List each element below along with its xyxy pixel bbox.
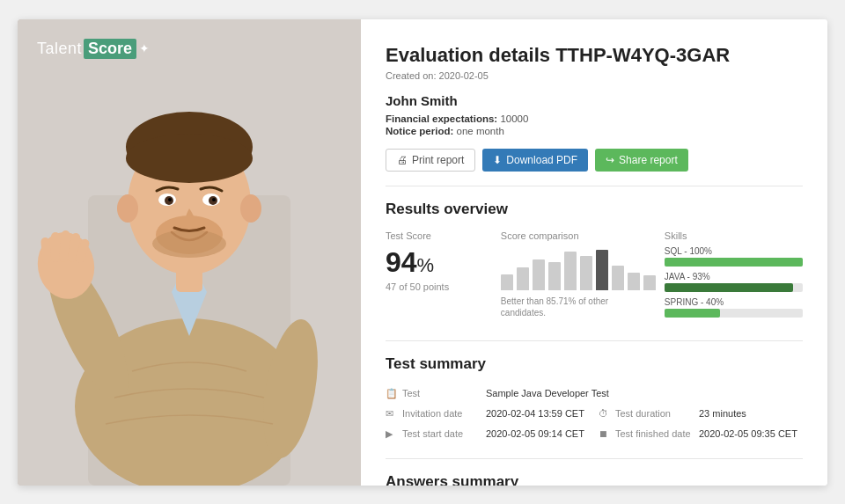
left-panel: Talent Score ✦: [18, 19, 361, 486]
bar-chart: [501, 246, 656, 290]
score-display: 94%: [386, 246, 492, 279]
svg-rect-21: [51, 232, 60, 262]
test-summary-section: Test summary 📋TestSample Java Developer …: [386, 355, 803, 442]
answers-section: Answers summary No.Page titleDurationSco…: [386, 473, 803, 486]
skill-row: JAVA - 93%: [665, 272, 803, 292]
notice-row: Notice period: one month: [386, 126, 803, 136]
score-sub: 47 of 50 points: [386, 281, 492, 292]
skills-list: SQL - 100% JAVA - 93% SPRING - 40%: [665, 246, 803, 318]
divider-1: [386, 186, 803, 186]
summary-row-test: 📋TestSample Java Developer Test: [386, 385, 803, 402]
svg-point-9: [240, 194, 261, 223]
test-score-label: Test Score: [386, 230, 492, 241]
share-button[interactable]: ↪ Share report: [595, 149, 688, 172]
results-grid: Test Score 94% 47 of 50 points Score com…: [386, 230, 803, 323]
bar-1: [517, 267, 529, 290]
candidate-photo: [18, 19, 361, 486]
test-val: Sample Java Developer Test: [486, 388, 609, 398]
divider-2: [386, 340, 803, 341]
test-score-col: Test Score 94% 47 of 50 points: [386, 230, 492, 323]
test-icon: 📋: [386, 388, 398, 399]
skill-bar-fill: [665, 258, 803, 267]
eval-title: Evaluation details TTHP-W4YQ-3GAR: [386, 44, 803, 67]
skill-bar-bg: [665, 258, 803, 267]
svg-point-14: [168, 198, 172, 201]
candidate-name: John Smith: [386, 93, 803, 108]
comparison-sub: Better than 85.71% of other candidates.: [501, 296, 656, 318]
results-section-title: Results overview: [386, 201, 803, 218]
skill-label: SQL - 100%: [665, 246, 803, 256]
skill-bar-bg: [665, 309, 803, 318]
answers-title: Answers summary: [386, 473, 803, 486]
created-on: Created on: 2020-02-05: [386, 70, 803, 81]
person-illustration: [18, 19, 361, 486]
printer-icon: 🖨: [397, 154, 408, 166]
print-button[interactable]: 🖨 Print report: [386, 149, 475, 172]
skill-bar-fill: [665, 283, 793, 292]
skill-label: JAVA - 93%: [665, 272, 803, 281]
logo-talent: Talent: [37, 40, 82, 58]
skills-label: Skills: [665, 230, 803, 241]
financial-row: Financial expectations: 10000: [386, 113, 803, 124]
divider-3: [386, 458, 803, 459]
logo-star: ✦: [139, 41, 150, 55]
skills-col: Skills SQL - 100% JAVA - 93% SPRING - 40…: [665, 230, 803, 323]
bar-8: [628, 273, 640, 290]
test-summary-title: Test summary: [386, 355, 803, 373]
action-buttons: 🖨 Print report ⬇ Download PDF ↪ Share re…: [386, 149, 803, 172]
logo-score: Score: [84, 39, 136, 59]
svg-point-7: [126, 134, 253, 183]
skill-row: SPRING - 40%: [665, 297, 803, 318]
summary-row-left-0: ✉Invitation date2020-02-04 13:59 CET: [386, 405, 590, 422]
download-icon: ⬇: [493, 154, 502, 166]
summary-grid: 📋TestSample Java Developer Test✉Invitati…: [386, 385, 803, 442]
logo: Talent Score ✦: [37, 39, 150, 59]
right-panel: Evaluation details TTHP-W4YQ-3GAR Create…: [361, 19, 827, 486]
summary-row-right-1: ⏹Test finished date2020-02-05 09:35 CET: [599, 426, 803, 442]
download-button[interactable]: ⬇ Download PDF: [482, 149, 588, 172]
bar-4: [564, 252, 577, 290]
comparison-label: Score comparison: [501, 230, 656, 241]
skill-row: SQL - 100%: [665, 246, 803, 267]
bar-5: [580, 256, 592, 290]
bar-3: [548, 262, 561, 290]
bar-0: [501, 274, 513, 290]
bar-7: [612, 266, 624, 290]
skill-bar-fill: [665, 309, 720, 318]
skill-label: SPRING - 40%: [665, 297, 803, 307]
svg-point-8: [117, 194, 138, 223]
main-container: Talent Score ✦: [18, 19, 827, 486]
share-icon: ↪: [606, 154, 614, 166]
bar-6: [596, 250, 608, 290]
summary-row-left-1: ▶Test start date2020-02-05 09:14 CET: [386, 426, 590, 442]
svg-point-15: [212, 198, 216, 201]
score-comparison-col: Score comparison Better than 85.71% of o…: [501, 230, 656, 323]
bar-9: [643, 275, 656, 290]
summary-row-right-0: ⏱Test duration23 minutes: [599, 405, 803, 422]
skill-bar-bg: [665, 283, 803, 292]
test-key: Test: [402, 388, 481, 398]
svg-point-17: [152, 230, 226, 258]
bar-2: [533, 259, 545, 290]
